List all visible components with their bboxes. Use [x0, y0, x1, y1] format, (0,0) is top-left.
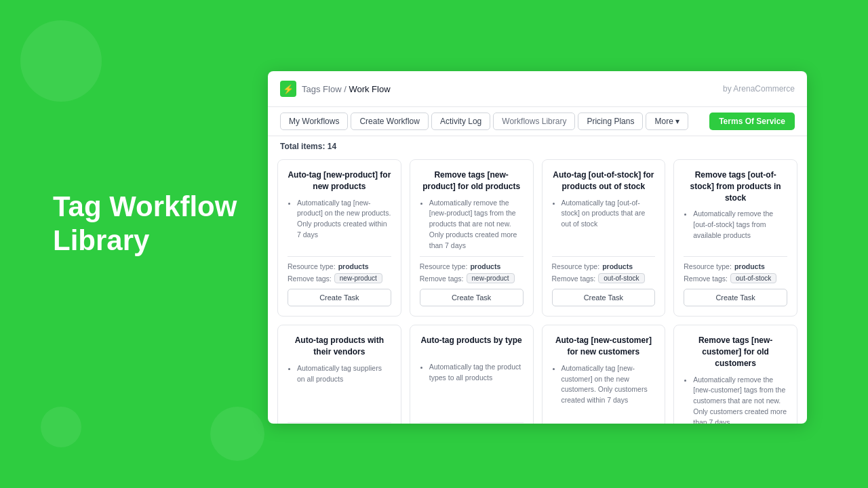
remove-tags-label: Remove tags:	[288, 274, 332, 283]
workflow-card-7: Auto-tag [new-customer] for new customer…	[542, 325, 666, 424]
card-description: Automatically tag [new-customer] on the …	[552, 363, 656, 424]
card-title: Auto-tag [new-customer] for new customer…	[552, 335, 656, 358]
card-divider	[420, 256, 524, 257]
card-description: Automatically tag [out-of-stock] on prod…	[552, 198, 656, 251]
card-meta: Resource type: products Remove tags: out…	[684, 262, 787, 283]
tag-badge: out-of-stock	[730, 273, 776, 283]
card-description: Automatically remove the [new-product] t…	[420, 198, 524, 251]
resource-type-row: Resource type: products	[552, 262, 656, 270]
workflow-card-5: Auto-tag products with their vendors Aut…	[277, 325, 401, 424]
tag-badge: new-product	[467, 273, 515, 283]
card-divider	[684, 256, 787, 257]
card-title: Remove tags [new-product] for old produc…	[420, 169, 524, 192]
workflow-card-1: Auto-tag [new-product] for new products …	[277, 159, 401, 317]
create-task-button[interactable]: Create Task	[684, 289, 787, 306]
logo-icon: ⚡	[280, 81, 296, 97]
workflow-card-4: Remove tags [out-of-stock] from products…	[673, 159, 797, 317]
resource-type-value: products	[338, 262, 369, 270]
cards-grid: Auto-tag [new-product] for new products …	[277, 157, 797, 424]
pricing-plans-button[interactable]: Pricing Plans	[578, 113, 643, 130]
create-task-button[interactable]: Create Task	[288, 289, 391, 306]
card-description: Automatically tag the product types to a…	[420, 362, 524, 417]
resource-type-label: Resource type:	[288, 262, 336, 270]
tag-badge: new-product	[334, 273, 382, 283]
more-button[interactable]: More ▾	[646, 113, 688, 130]
terms-of-service-button[interactable]: Terms Of Service	[709, 113, 795, 130]
workflow-card-8: Remove tags [new-customer] for old custo…	[673, 325, 797, 424]
remove-tags-row: Remove tags: new-product	[288, 273, 391, 283]
create-workflow-button[interactable]: Create Workflow	[351, 113, 428, 130]
card-title: Remove tags [out-of-stock] from products…	[684, 169, 787, 203]
workflows-library-button[interactable]: Workflows Library	[493, 113, 575, 130]
breadcrumb: Tags Flow / Work Flow	[302, 84, 391, 94]
resource-type-label: Resource type:	[684, 262, 732, 270]
workflow-card-2: Remove tags [new-product] for old produc…	[410, 159, 534, 317]
resource-type-value: products	[470, 262, 500, 270]
app-header: ⚡ Tags Flow / Work Flow by ArenaCommerce	[268, 71, 807, 107]
card-meta: Resource type: products Remove tags: new…	[288, 262, 391, 283]
resource-type-row: Resource type: products	[288, 262, 391, 270]
by-label: by ArenaCommerce	[723, 84, 795, 94]
remove-tags-label: Remove tags:	[420, 274, 464, 283]
resource-type-value: products	[734, 262, 765, 270]
card-description: Automatically tag suppliers on all produ…	[288, 363, 391, 418]
app-panel: ⚡ Tags Flow / Work Flow by ArenaCommerce…	[268, 71, 807, 424]
card-divider	[288, 422, 391, 423]
resource-type-label: Resource type:	[420, 262, 468, 270]
create-task-button[interactable]: Create Task	[552, 289, 656, 306]
card-description: Automatically remove the [new-customer] …	[684, 375, 787, 424]
resource-type-row: Resource type: products	[684, 262, 787, 270]
sidebar-heading: Tag Workflow Library	[53, 190, 237, 258]
card-divider	[552, 256, 656, 257]
remove-tags-label: Remove tags:	[552, 274, 596, 283]
card-description: Automatically tag [new-product] on the n…	[288, 198, 391, 251]
cards-container[interactable]: Auto-tag [new-product] for new products …	[268, 157, 807, 424]
card-meta: Resource type: products Remove tags: out…	[552, 262, 656, 283]
remove-tags-row: Remove tags: out-of-stock	[684, 273, 787, 283]
card-title: Auto-tag [new-product] for new products	[288, 169, 391, 192]
header-left: ⚡ Tags Flow / Work Flow	[280, 81, 391, 97]
resource-type-label: Resource type:	[552, 262, 600, 270]
resource-type-row: Resource type: products	[420, 262, 524, 270]
workflow-card-3: Auto-tag [out-of-stock] for products out…	[542, 159, 666, 317]
card-description: Automatically remove the [out-of-stock] …	[684, 209, 787, 251]
workflow-card-6: Auto-tag products by type Automatically …	[410, 325, 534, 424]
create-task-button[interactable]: Create Task	[420, 289, 524, 306]
remove-tags-label: Remove tags:	[684, 274, 728, 283]
total-items: Total items: 14	[268, 136, 807, 157]
tag-badge: out-of-stock	[598, 273, 644, 283]
my-workflows-button[interactable]: My Workflows	[280, 113, 348, 130]
remove-tags-row: Remove tags: new-product	[420, 273, 524, 283]
card-divider	[288, 256, 391, 257]
activity-log-button[interactable]: Activity Log	[431, 113, 490, 130]
card-divider	[420, 422, 524, 423]
card-title: Remove tags [new-customer] for old custo…	[684, 335, 787, 369]
card-title: Auto-tag products with their vendors	[288, 335, 391, 358]
nav-bar: My Workflows Create Workflow Activity Lo…	[268, 107, 807, 136]
card-title: Auto-tag products by type	[420, 335, 524, 357]
card-title: Auto-tag [out-of-stock] for products out…	[552, 169, 656, 192]
resource-type-value: products	[602, 262, 633, 270]
remove-tags-row: Remove tags: out-of-stock	[552, 273, 656, 283]
chevron-down-icon: ▾	[675, 117, 679, 126]
card-meta: Resource type: products Remove tags: new…	[420, 262, 524, 283]
